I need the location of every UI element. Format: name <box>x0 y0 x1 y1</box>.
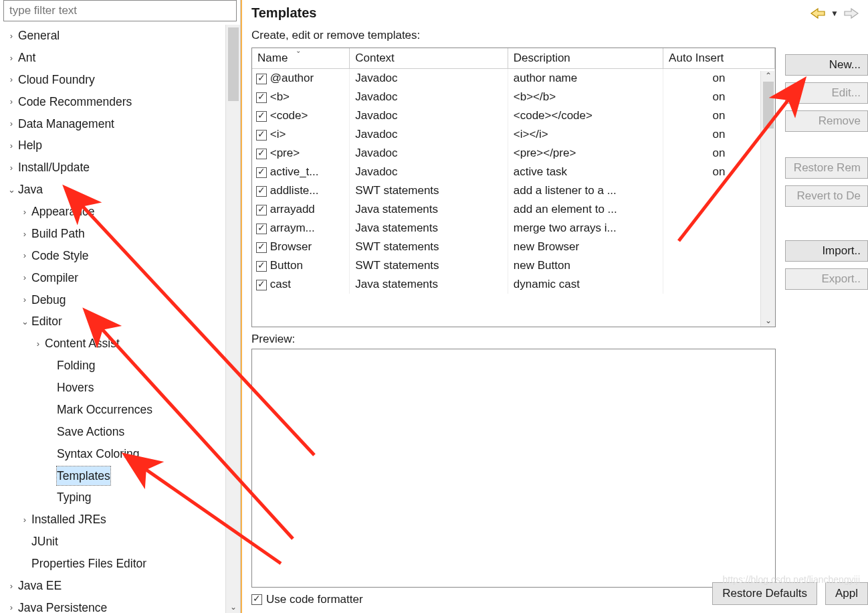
row-checkbox[interactable] <box>256 205 267 215</box>
tree-item-appearance[interactable]: ›Appearance <box>0 201 227 223</box>
expand-closed-icon[interactable]: › <box>7 29 16 43</box>
tree-item-java-ee[interactable]: ›Java EE <box>0 575 227 597</box>
table-row[interactable]: <i>Javadoc<i></i>on <box>252 125 775 144</box>
table-row[interactable]: active_t...Javadocactive taskon <box>252 163 775 181</box>
expand-closed-icon[interactable]: › <box>20 513 29 527</box>
edit-button[interactable]: Edit... <box>785 82 868 104</box>
import-button[interactable]: Import.. <box>785 240 868 262</box>
cell-context: Javadoc <box>350 88 508 106</box>
table-row[interactable]: ButtonSWT statementsnew Button <box>252 256 775 275</box>
table-row[interactable]: <code>Javadoc<code></code>on <box>252 106 775 125</box>
remove-button[interactable]: Remove <box>785 110 868 132</box>
expand-closed-icon[interactable]: › <box>7 72 16 86</box>
tree-item-typing[interactable]: Typing <box>0 487 227 509</box>
tree-item-java[interactable]: ⌄Java <box>0 179 227 201</box>
expand-closed-icon[interactable]: › <box>7 51 16 65</box>
col-description[interactable]: Description <box>508 48 663 69</box>
table-row[interactable]: @authorJavadocauthor nameon <box>252 69 775 88</box>
tree-item-properties-files-editor[interactable]: Properties Files Editor <box>0 553 227 575</box>
expand-closed-icon[interactable]: › <box>7 579 16 593</box>
expand-closed-icon[interactable]: › <box>20 227 29 241</box>
expand-closed-icon[interactable]: › <box>7 600 16 613</box>
row-checkbox[interactable] <box>256 130 267 141</box>
dropdown-arrow-icon[interactable]: ▼ <box>831 9 839 18</box>
cell-name: addliste... <box>267 184 319 197</box>
templates-table[interactable]: Name⌄ Context Description Auto Insert @a… <box>251 48 776 327</box>
expand-closed-icon[interactable]: › <box>20 205 29 219</box>
expand-closed-icon[interactable]: › <box>7 139 16 153</box>
table-row[interactable]: <pre>Javadoc<pre></pre>on <box>252 144 775 163</box>
tree-item-general[interactable]: ›General <box>0 25 227 47</box>
filter-input[interactable] <box>3 0 237 21</box>
tree-item-templates[interactable]: Templates <box>0 465 227 487</box>
back-arrow-icon[interactable] <box>809 7 827 20</box>
col-auto-insert[interactable]: Auto Insert <box>663 48 775 69</box>
col-context[interactable]: Context <box>350 48 508 69</box>
expand-open-icon[interactable]: ⌄ <box>7 183 16 197</box>
use-formatter-checkbox[interactable] <box>251 594 262 605</box>
use-formatter-label: Use code formatter <box>266 593 363 606</box>
scrollbar-thumb[interactable] <box>228 27 239 101</box>
restore-removed-button[interactable]: Restore Rem <box>785 157 868 179</box>
forward-arrow-icon[interactable] <box>843 7 860 20</box>
row-checkbox[interactable] <box>256 261 267 272</box>
tree-item-compiler[interactable]: ›Compiler <box>0 267 227 289</box>
tree-item-code-recommenders[interactable]: ›Code Recommenders <box>0 91 227 113</box>
revert-button[interactable]: Revert to De <box>785 185 868 207</box>
tree-item-junit[interactable]: JUnit <box>0 531 227 553</box>
row-checkbox[interactable] <box>256 92 267 103</box>
expand-closed-icon[interactable]: › <box>7 116 16 130</box>
table-row[interactable]: <b>Javadoc<b></b>on <box>252 88 775 106</box>
expand-open-icon[interactable]: ⌄ <box>20 315 29 329</box>
tree-item-folding[interactable]: Folding <box>0 355 227 377</box>
row-checkbox[interactable] <box>256 242 267 253</box>
export-button[interactable]: Export.. <box>785 268 868 290</box>
table-row[interactable]: arraym...Java statementsmerge two arrays… <box>252 219 775 238</box>
tree-item-install-update[interactable]: ›Install/Update <box>0 157 227 179</box>
scroll-down-arrow-icon[interactable]: ⌄ <box>761 316 775 325</box>
scrollbar-thumb[interactable] <box>763 82 774 128</box>
row-checkbox[interactable] <box>256 111 267 122</box>
col-name[interactable]: Name⌄ <box>252 48 350 69</box>
tree-item-data-management[interactable]: ›Data Management <box>0 113 227 135</box>
expand-closed-icon[interactable]: › <box>20 248 29 262</box>
restore-defaults-button[interactable]: Restore Defaults <box>712 582 817 605</box>
tree-item-cloud-foundry[interactable]: ›Cloud Foundry <box>0 69 227 91</box>
table-row[interactable]: BrowserSWT statementsnew Browser <box>252 238 775 256</box>
table-scrollbar[interactable]: ⌃ ⌄ <box>760 71 775 327</box>
apply-button[interactable]: Appl <box>825 582 868 605</box>
tree-scrollbar[interactable]: ⌄ <box>225 25 240 613</box>
scroll-up-arrow-icon[interactable]: ⌃ <box>761 71 775 80</box>
tree-item-java-persistence[interactable]: ›Java Persistence <box>0 597 227 613</box>
tree-item-syntax-coloring[interactable]: Syntax Coloring <box>0 443 227 465</box>
tree-item-ant[interactable]: ›Ant <box>0 47 227 69</box>
scroll-down-arrow-icon[interactable]: ⌄ <box>230 602 237 612</box>
tree-item-save-actions[interactable]: Save Actions <box>0 421 227 443</box>
table-row[interactable]: arrayaddJava statementsadd an element to… <box>252 200 775 219</box>
row-checkbox[interactable] <box>256 280 267 290</box>
tree-item-debug[interactable]: ›Debug <box>0 289 227 311</box>
tree-item-mark-occurrences[interactable]: Mark Occurrences <box>0 399 227 421</box>
expand-closed-icon[interactable]: › <box>20 270 29 284</box>
tree-item-installed-jres[interactable]: ›Installed JREs <box>0 509 227 531</box>
row-checkbox[interactable] <box>256 167 267 178</box>
expand-closed-icon[interactable]: › <box>7 94 16 108</box>
row-checkbox[interactable] <box>256 74 267 84</box>
tree-item-build-path[interactable]: ›Build Path <box>0 223 227 245</box>
cell-name: arrayadd <box>267 203 315 215</box>
row-checkbox[interactable] <box>256 224 267 234</box>
expand-closed-icon[interactable]: › <box>33 337 43 351</box>
new-button[interactable]: New... <box>785 54 868 76</box>
tree-item-hovers[interactable]: Hovers <box>0 377 227 399</box>
tree-item-content-assist[interactable]: ›Content Assist <box>0 333 227 355</box>
expand-closed-icon[interactable]: › <box>20 292 29 306</box>
tree-item-help[interactable]: ›Help <box>0 135 227 157</box>
expand-closed-icon[interactable]: › <box>7 161 16 175</box>
table-row[interactable]: castJava statementsdynamic cast <box>252 275 775 294</box>
tree-item-code-style[interactable]: ›Code Style <box>0 245 227 267</box>
table-row[interactable]: addliste...SWT statementsadd a listener … <box>252 181 775 200</box>
row-checkbox[interactable] <box>256 186 267 197</box>
row-checkbox[interactable] <box>256 149 267 159</box>
tree-item-editor[interactable]: ⌄Editor <box>0 311 227 333</box>
preferences-tree[interactable]: ›General›Ant›Cloud Foundry›Code Recommen… <box>0 25 240 613</box>
